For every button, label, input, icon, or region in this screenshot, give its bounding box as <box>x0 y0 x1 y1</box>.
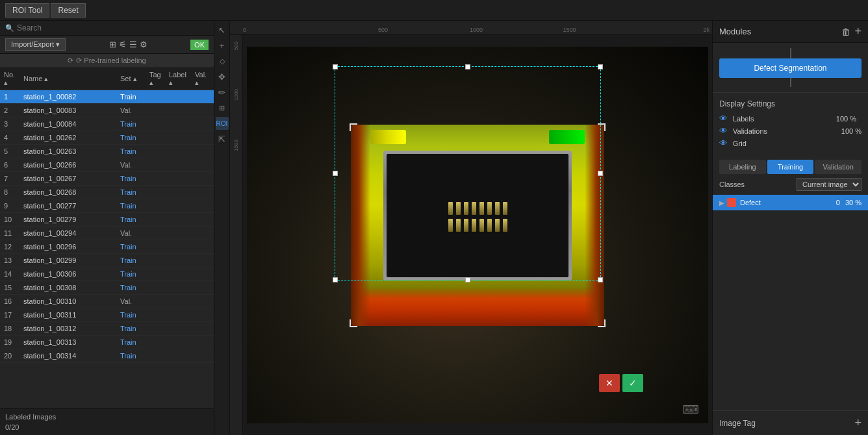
module-connector-bottom <box>713 78 868 87</box>
row-val <box>191 172 214 186</box>
row-tag <box>146 145 165 158</box>
row-id: 10 <box>0 213 19 227</box>
search-row: 🔍 <box>0 21 214 36</box>
tab-training[interactable]: Training <box>767 160 814 174</box>
validations-eye-icon[interactable]: 👁 <box>719 126 728 136</box>
row-label <box>165 213 191 227</box>
polygon-tool[interactable]: ◇ <box>216 55 229 68</box>
cancel-button[interactable]: ✕ <box>599 374 620 392</box>
table-row[interactable]: 18 station_1_00312 Train <box>0 322 214 336</box>
row-tag <box>146 254 165 267</box>
table-row[interactable]: 14 station_1_00306 Train <box>0 267 214 281</box>
ruler-top: 0 500 1000 1500 2k <box>230 21 712 35</box>
add-tag-button[interactable]: + <box>854 416 862 430</box>
class-expand-icon[interactable]: ▶ <box>719 199 724 206</box>
table-row[interactable]: 20 station_1_00314 Train <box>0 349 214 363</box>
col-val[interactable]: Val. ▴ <box>191 68 214 90</box>
row-val <box>191 308 214 322</box>
transform-tool[interactable]: ⊞ <box>216 101 229 114</box>
search-icon: 🔍 <box>5 24 14 32</box>
image-table-container[interactable]: No. ▴ Name ▴ Set ▴ Tag ▴ Label ▴ Val. ▴ … <box>0 68 214 408</box>
modules-delete-button[interactable]: 🗑 <box>841 25 850 38</box>
confirm-button[interactable]: ✓ <box>622 374 643 392</box>
table-row[interactable]: 7 station_1_00267 Train <box>0 172 214 186</box>
table-row[interactable]: 11 station_1_00294 Val. <box>0 227 214 240</box>
row-name: station_1_00314 <box>19 349 116 363</box>
row-set: Train <box>116 199 146 213</box>
table-row[interactable]: 16 station_1_00310 Val. <box>0 295 214 308</box>
modules-add-button[interactable]: + <box>854 25 862 38</box>
table-row[interactable]: 13 station_1_00299 Train <box>0 254 214 267</box>
roi-select-tool[interactable]: ROI <box>216 117 229 130</box>
row-name: station_1_00296 <box>19 240 116 254</box>
row-set: Train <box>116 145 146 158</box>
row-id: 9 <box>0 199 19 213</box>
labels-pct: 100 % <box>836 115 856 123</box>
brush-tool[interactable]: ✏ <box>216 86 229 99</box>
zoom-tool[interactable]: + <box>216 39 229 52</box>
col-tag[interactable]: Tag ▴ <box>146 68 165 90</box>
class-item-defect[interactable]: ▶ Defect 0 30 % <box>713 195 868 210</box>
row-label <box>165 254 191 267</box>
row-tag <box>146 336 165 349</box>
move-tool[interactable]: ✥ <box>216 70 229 83</box>
col-no[interactable]: No. ▴ <box>0 68 19 90</box>
table-row[interactable]: 19 station_1_00313 Train <box>0 336 214 349</box>
table-row[interactable]: 4 station_1_00262 Train <box>0 131 214 145</box>
col-name[interactable]: Name ▴ <box>19 68 116 90</box>
grid-eye-icon[interactable]: 👁 <box>719 138 728 148</box>
pre-labeled-bar[interactable]: ⟳ ⟳ Pre-trained labeling <box>0 54 214 68</box>
list-icon[interactable]: ☰ <box>129 40 137 49</box>
side-toolbar: ↖ + ◇ ✥ ✏ ⊞ ROI ⇱ <box>214 21 230 435</box>
table-row[interactable]: 5 station_1_00263 Train <box>0 145 214 158</box>
table-row[interactable]: 10 station_1_00279 Train <box>0 213 214 227</box>
row-name: station_1_00313 <box>19 336 116 349</box>
row-name: station_1_00277 <box>19 199 116 213</box>
grid-icon[interactable]: ⊞ <box>109 40 116 49</box>
row-val <box>191 90 214 104</box>
table-row[interactable]: 8 station_1_00268 Train <box>0 186 214 199</box>
table-row[interactable]: 1 station_1_00082 Train <box>0 90 214 104</box>
row-set: Train <box>116 118 146 131</box>
arrow-tool[interactable]: ⇱ <box>216 132 229 145</box>
settings-icon[interactable]: ⚙ <box>140 40 147 49</box>
row-label <box>165 336 191 349</box>
modules-header: Modules 🗑 + <box>713 21 868 43</box>
roi-tool-button[interactable]: ROI Tool <box>5 3 49 18</box>
defect-segmentation-card[interactable]: Defect Segmentation <box>719 58 862 78</box>
row-name: station_1_00312 <box>19 322 116 336</box>
reset-button[interactable]: Reset <box>51 3 85 18</box>
row-name: station_1_00306 <box>19 267 116 281</box>
tabs-row: Labeling Training Validation <box>719 160 862 174</box>
cursor-tool[interactable]: ↖ <box>216 23 229 36</box>
tab-validation[interactable]: Validation <box>815 160 862 174</box>
table-row[interactable]: 3 station_1_00084 Train <box>0 118 214 131</box>
row-name: station_1_00262 <box>19 131 116 145</box>
row-label <box>165 158 191 172</box>
action-buttons: ✕ ✓ <box>599 374 643 392</box>
import-export-button[interactable]: Import/Export ▾ <box>5 38 66 51</box>
table-row[interactable]: 9 station_1_00277 Train <box>0 199 214 213</box>
current-image-dropdown[interactable]: Current image <box>797 178 862 191</box>
table-row[interactable]: 15 station_1_00308 Train <box>0 281 214 295</box>
row-label <box>165 322 191 336</box>
table-row[interactable]: 12 station_1_00296 Train <box>0 240 214 254</box>
row-id: 13 <box>0 254 19 267</box>
row-label <box>165 281 191 295</box>
table-row[interactable]: 2 station_1_00083 Val. <box>0 104 214 118</box>
filter-icon[interactable]: ⚟ <box>119 40 127 49</box>
row-id: 2 <box>0 104 19 118</box>
tab-labeling[interactable]: Labeling <box>719 160 766 174</box>
row-val <box>191 349 214 363</box>
search-input[interactable] <box>17 23 209 32</box>
labels-eye-icon[interactable]: 👁 <box>719 114 728 123</box>
row-tag <box>146 213 165 227</box>
table-row[interactable]: 17 station_1_00311 Train <box>0 308 214 322</box>
row-set: Val. <box>116 158 146 172</box>
col-label[interactable]: Label ▴ <box>165 68 191 90</box>
col-set[interactable]: Set ▴ <box>116 68 146 90</box>
row-set: Train <box>116 213 146 227</box>
row-val <box>191 240 214 254</box>
table-row[interactable]: 6 station_1_00266 Val. <box>0 158 214 172</box>
ok-button[interactable]: OK <box>190 40 209 50</box>
